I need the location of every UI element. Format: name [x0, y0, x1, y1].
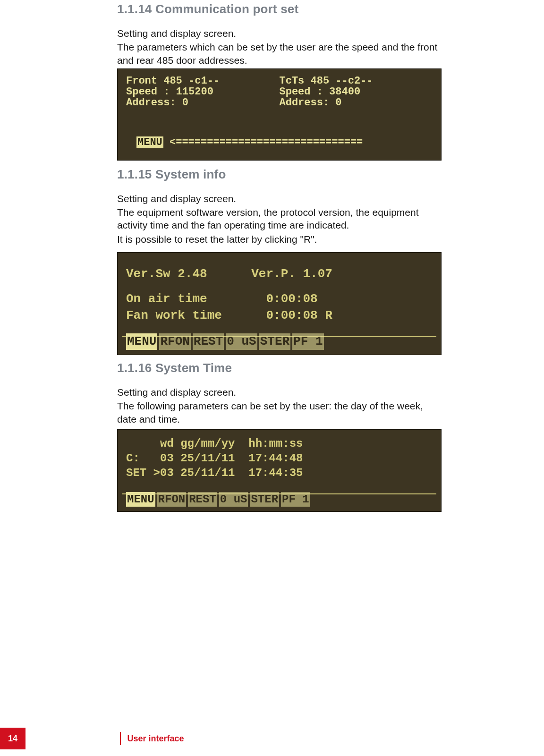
- para: Setting and display screen.: [117, 386, 443, 399]
- lcd-text: Fan work time 0:00:08 R: [126, 307, 433, 324]
- lcd-text: <==============================: [170, 136, 363, 148]
- status-bar: MENU RFON REST 0 uS STER PF 1: [126, 492, 433, 507]
- status-item: REST: [188, 492, 217, 507]
- lcd-text: Address: 0: [280, 97, 433, 108]
- lcd-text: Speed : 38400: [280, 86, 433, 97]
- status-item: PF 1: [281, 492, 310, 507]
- status-item: STER: [259, 333, 290, 350]
- status-item: STER: [250, 492, 279, 507]
- heading-1-1-14: 1.1.14 Communication port set: [117, 2, 443, 17]
- status-item: REST: [193, 333, 224, 350]
- para: It is possible to reset the latter by cl…: [117, 233, 443, 246]
- status-item: RFON: [157, 492, 187, 507]
- para: Setting and display screen.: [117, 27, 443, 40]
- status-item: RFON: [159, 333, 190, 350]
- page-footer: 14 User interface: [0, 728, 184, 749]
- lcd-text: TcTs 485 --c2--: [280, 76, 433, 86]
- status-item: 0 uS: [226, 333, 257, 350]
- status-bar: MENU RFON REST 0 uS STER PF 1: [126, 333, 433, 350]
- lcd-comm-port: Front 485 -c1-- Speed : 115200 Address: …: [117, 68, 442, 161]
- para: The parameters which can be set by the u…: [117, 41, 443, 67]
- para: The following parameters can be set by t…: [117, 399, 443, 425]
- heading-1-1-16: 1.1.16 System Time: [117, 361, 443, 375]
- lcd-text: Speed : 115200: [126, 86, 280, 97]
- menu-button[interactable]: MENU: [126, 492, 155, 507]
- lcd-text: Ver.Sw 2.48 Ver.P. 1.07: [126, 266, 433, 282]
- lcd-system-time: wd gg/mm/yy hh:mm:ss C: 03 25/11/11 17:4…: [117, 429, 442, 512]
- menu-button[interactable]: MENU: [126, 333, 157, 350]
- para: Setting and display screen.: [117, 192, 443, 205]
- para: The equipment software version, the prot…: [117, 206, 443, 232]
- lcd-text: Front 485 -c1--: [126, 76, 280, 86]
- status-item: PF 1: [292, 333, 323, 350]
- lcd-text: wd gg/mm/yy hh:mm:ss: [126, 436, 433, 451]
- lcd-text: On air time 0:00:08: [126, 291, 433, 307]
- lcd-text: SET >03 25/11/11 17:44:35: [126, 466, 433, 480]
- lcd-text: C: 03 25/11/11 17:44:48: [126, 451, 433, 466]
- status-item: 0 uS: [219, 492, 248, 507]
- page-number: 14: [0, 728, 26, 749]
- lcd-text: Address: 0: [126, 97, 280, 108]
- divider: [120, 732, 121, 745]
- menu-button[interactable]: MENU: [136, 136, 163, 148]
- lcd-system-info: Ver.Sw 2.48 Ver.P. 1.07 On air time 0:00…: [117, 252, 442, 355]
- footer-label: User interface: [128, 734, 184, 744]
- heading-1-1-15: 1.1.15 System info: [117, 167, 443, 182]
